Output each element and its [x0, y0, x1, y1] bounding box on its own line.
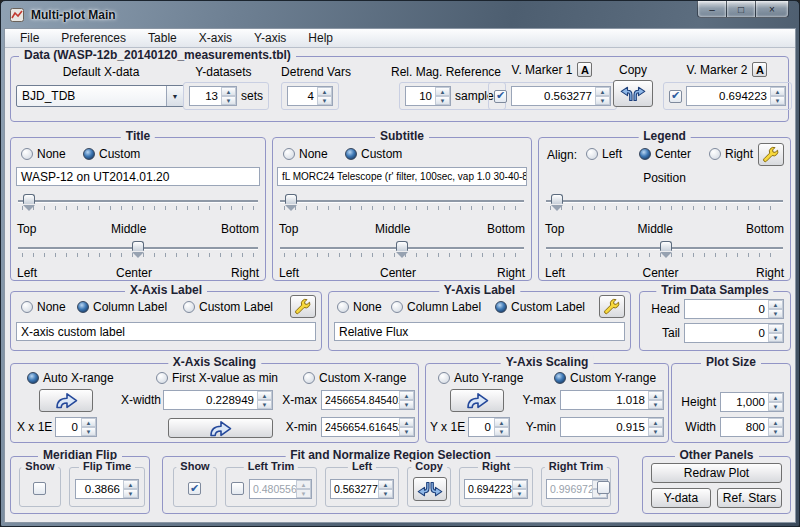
first-xvalue-radio[interactable]: First X-value as min — [156, 371, 278, 385]
x-max-spinner[interactable]: 2456654.845401 ▲▼ — [321, 390, 415, 410]
slider-track[interactable] — [18, 200, 258, 202]
spinner-down-icon[interactable]: ▼ — [435, 96, 450, 105]
radio-selected-icon[interactable] — [345, 148, 357, 160]
spinner-up-icon[interactable]: ▲ — [512, 480, 527, 489]
subtitle-text-input[interactable]: fL MORC24 Telescope (r' filter, 100sec, … — [277, 167, 527, 186]
spinner-up-icon[interactable]: ▲ — [123, 480, 138, 489]
spinner-up-icon[interactable]: ▲ — [595, 87, 610, 96]
spinner-up-icon[interactable]: ▲ — [648, 418, 663, 427]
fit-left-spinner[interactable]: 0.563277 ▲▼ — [330, 479, 394, 499]
radio-selected-icon[interactable] — [83, 148, 95, 160]
title-vposition-slider[interactable] — [16, 194, 260, 212]
v-marker2-auto-button[interactable]: A — [752, 62, 767, 77]
radio-icon[interactable] — [303, 372, 315, 384]
ylabel-custom-radio[interactable]: Custom Label — [495, 300, 585, 314]
slider-thumb[interactable] — [396, 241, 408, 251]
spinner-down-icon[interactable]: ▼ — [123, 489, 138, 498]
y-data-button[interactable]: Y-data — [651, 488, 711, 508]
title-none-radio[interactable]: None — [21, 147, 66, 161]
y-datasets-spinner[interactable]: 13 ▲▼ — [189, 86, 237, 106]
ref-stars-button[interactable]: Ref. Stars — [717, 488, 782, 508]
xlabel-custom-radio[interactable]: Custom Label — [183, 300, 273, 314]
x-width-spinner[interactable]: 0.228949 ▲▼ — [163, 390, 273, 410]
x-mult-spinner[interactable]: 0 ▲▼ — [55, 417, 97, 437]
spinner-up-icon[interactable]: ▲ — [768, 300, 783, 309]
subtitle-hposition-slider[interactable] — [278, 241, 526, 259]
grab-xwidth-button[interactable] — [168, 418, 273, 438]
xlabel-column-radio[interactable]: Column Label — [77, 300, 167, 314]
title-hposition-slider[interactable] — [16, 241, 260, 259]
spinner-up-icon[interactable]: ▲ — [257, 391, 272, 400]
v-marker2-spinner[interactable]: 0.694223 ▲▼ — [686, 86, 786, 106]
spinner-up-icon[interactable]: ▲ — [399, 418, 414, 427]
legend-vposition-slider[interactable] — [544, 194, 785, 212]
menu-preferences[interactable]: Preferences — [50, 29, 137, 47]
spinner-down-icon[interactable]: ▼ — [512, 489, 527, 498]
v-marker1-checkbox[interactable]: ✔ — [494, 90, 507, 103]
spinner-down-icon[interactable]: ▼ — [317, 96, 332, 105]
xlabel-settings-button[interactable] — [290, 295, 316, 318]
grab-yrange-button[interactable] — [450, 389, 504, 412]
v-marker1-auto-button[interactable]: A — [577, 62, 592, 77]
fit-show-checkbox[interactable]: ✔ — [188, 482, 201, 495]
spinner-down-icon[interactable]: ▼ — [768, 309, 783, 318]
x-min-spinner[interactable]: 2456654.616452 ▲▼ — [321, 417, 415, 437]
legend-hposition-slider[interactable] — [544, 241, 785, 259]
custom-yrange-radio[interactable]: Custom Y-range — [554, 371, 656, 385]
xlabel-text-input[interactable]: X-axis custom label — [16, 322, 316, 341]
menu-y-axis[interactable]: Y-axis — [243, 29, 297, 47]
subtitle-none-radio[interactable]: None — [283, 147, 328, 161]
spinner-up-icon[interactable]: ▲ — [494, 418, 509, 427]
radio-icon[interactable] — [709, 148, 721, 160]
slider-thumb[interactable] — [285, 194, 297, 204]
spinner-up-icon[interactable]: ▲ — [768, 393, 783, 402]
spinner-down-icon[interactable]: ▼ — [257, 400, 272, 409]
dropdown-arrow-icon[interactable]: ▼ — [166, 86, 183, 106]
subtitle-custom-radio[interactable]: Custom — [345, 147, 402, 161]
spinner-up-icon[interactable]: ▲ — [768, 324, 783, 333]
spinner-down-icon[interactable]: ▼ — [399, 400, 414, 409]
minimize-button[interactable]: – — [697, 1, 727, 18]
subtitle-vposition-slider[interactable] — [278, 194, 526, 212]
spinner-down-icon[interactable]: ▼ — [399, 427, 414, 436]
spinner-up-icon[interactable]: ▲ — [435, 87, 450, 96]
maximize-button[interactable]: □ — [726, 1, 756, 18]
meridian-show-checkbox[interactable] — [33, 482, 46, 495]
ylabel-column-radio[interactable]: Column Label — [391, 300, 481, 314]
spinner-down-icon[interactable]: ▼ — [648, 400, 663, 409]
spinner-down-icon[interactable]: ▼ — [378, 489, 393, 498]
spinner-down-icon[interactable]: ▼ — [221, 96, 236, 105]
spinner-down-icon[interactable]: ▼ — [595, 96, 610, 105]
slider-thumb[interactable] — [660, 241, 672, 251]
radio-icon[interactable] — [183, 301, 195, 313]
slider-track[interactable] — [546, 200, 783, 202]
copy-markers-button[interactable] — [613, 80, 653, 107]
slider-thumb[interactable] — [551, 194, 563, 204]
radio-icon[interactable] — [156, 372, 168, 384]
fit-right-spinner[interactable]: 0.694223 ▲▼ — [464, 479, 528, 499]
slider-thumb[interactable] — [132, 241, 144, 251]
spinner-down-icon[interactable]: ▼ — [768, 333, 783, 342]
legend-align-center-radio[interactable]: Center — [639, 147, 691, 161]
legend-settings-button[interactable] — [758, 143, 784, 166]
spinner-down-icon[interactable]: ▼ — [770, 96, 785, 105]
trim-tail-spinner[interactable]: 0 ▲▼ — [684, 323, 784, 343]
y-max-spinner[interactable]: 1.018 ▲▼ — [560, 390, 664, 410]
radio-icon[interactable] — [586, 148, 598, 160]
radio-selected-icon[interactable] — [639, 148, 651, 160]
y-min-spinner[interactable]: 0.915 ▲▼ — [560, 417, 664, 437]
menu-table[interactable]: Table — [137, 29, 188, 47]
radio-icon[interactable] — [283, 148, 295, 160]
legend-align-left-radio[interactable]: Left — [586, 147, 622, 161]
ylabel-none-radio[interactable]: None — [337, 300, 382, 314]
rel-mag-spinner[interactable]: 10 ▲▼ — [405, 86, 451, 106]
spinner-up-icon[interactable]: ▲ — [317, 87, 332, 96]
title-custom-radio[interactable]: Custom — [83, 147, 140, 161]
left-trim-checkbox[interactable] — [231, 482, 244, 495]
v-marker1-spinner[interactable]: 0.563277 ▲▼ — [511, 86, 611, 106]
legend-align-right-radio[interactable]: Right — [709, 147, 753, 161]
spinner-up-icon[interactable]: ▲ — [81, 418, 96, 427]
spinner-down-icon[interactable]: ▼ — [768, 427, 783, 436]
spinner-up-icon[interactable]: ▲ — [768, 418, 783, 427]
grab-xrange-button[interactable] — [39, 389, 93, 412]
